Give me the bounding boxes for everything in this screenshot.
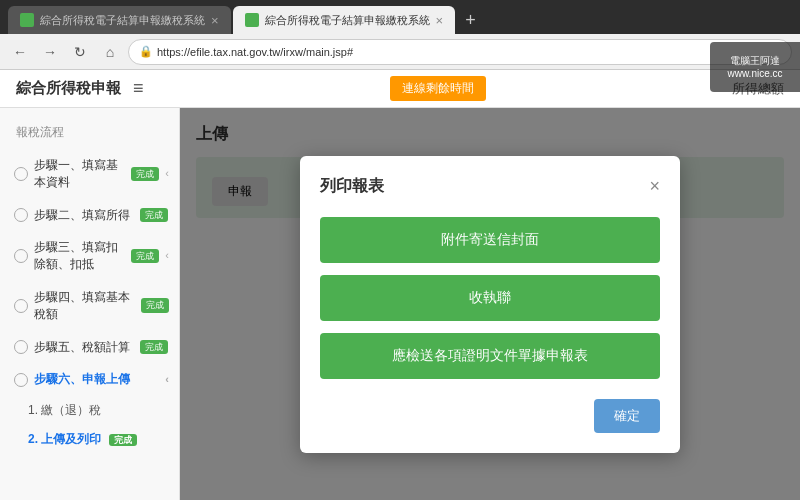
address-text: https://efile.tax.nat.gov.tw/irxw/main.j… — [157, 46, 353, 58]
print-receipt-button[interactable]: 收執聯 — [320, 275, 660, 321]
sub-item-upload[interactable]: 2. 上傳及列印 完成 — [0, 425, 179, 454]
step2-label: 步驟二、填寫所得 — [34, 207, 130, 224]
browser-tab-2[interactable]: 綜合所得稅電子結算申報繳稅系統 × — [233, 6, 456, 34]
forward-button[interactable]: → — [38, 40, 62, 64]
sub-item-upload-label: 2. 上傳及列印 — [28, 432, 101, 446]
sidebar-item-step3[interactable]: 步驟三、填寫扣除額、扣抵 完成 ‹ — [0, 231, 179, 281]
step5-icon — [14, 340, 28, 354]
tab-title-1: 綜合所得稅電子結算申報繳稅系統 — [40, 13, 205, 28]
modal-footer: 確定 — [320, 399, 660, 433]
tab-bar: 綜合所得稅電子結算申報繳稅系統 × 綜合所得稅電子結算申報繳稅系統 × + — [0, 0, 800, 34]
sidebar-item-step4[interactable]: 步驟四、填寫基本稅額 完成 — [0, 281, 179, 331]
header-center: 連線剩餘時間 — [156, 76, 720, 101]
main-layout: 報稅流程 步驟一、填寫基本資料 完成 ‹ 步驟二、填寫所得 完成 步驟三、填寫扣… — [0, 108, 800, 500]
modal-title: 列印報表 — [320, 176, 384, 197]
watermark: 電腦王阿達 www.nice.cc — [710, 42, 800, 92]
step5-badge: 完成 — [140, 340, 168, 355]
content-area: 上傳 申報 列印報表 × 附件寄送信封面 收執聯 應檢送各項證明文 — [180, 108, 800, 500]
app-title: 綜合所得稅申報 — [16, 79, 121, 98]
tab-favicon-2 — [245, 13, 259, 27]
step6-icon — [14, 373, 28, 387]
step1-icon — [14, 167, 28, 181]
sub-item-tax[interactable]: 1. 繳（退）稅 — [0, 396, 179, 425]
step3-chevron: ‹ — [165, 248, 169, 263]
menu-icon[interactable]: ≡ — [133, 78, 144, 99]
tab-favicon-1 — [20, 13, 34, 27]
sub-item-tax-label: 1. 繳（退）稅 — [28, 403, 101, 417]
step5-label: 步驟五、稅額計算 — [34, 339, 130, 356]
step3-icon — [14, 249, 28, 263]
sidebar-item-step1[interactable]: 步驟一、填寫基本資料 完成 ‹ — [0, 149, 179, 199]
sidebar-item-step5[interactable]: 步驟五、稅額計算 完成 — [0, 331, 179, 364]
watermark-text: 電腦王阿達 www.nice.cc — [727, 54, 782, 80]
step2-badge: 完成 — [140, 208, 168, 223]
modal-body: 附件寄送信封面 收執聯 應檢送各項證明文件單據申報表 — [320, 217, 660, 379]
step4-icon — [14, 299, 28, 313]
step3-badge: 完成 — [131, 249, 159, 264]
step2-icon — [14, 208, 28, 222]
step4-label: 步驟四、填寫基本稅額 — [34, 289, 131, 323]
step1-badge: 完成 — [131, 167, 159, 182]
modal-dialog: 列印報表 × 附件寄送信封面 收執聯 應檢送各項證明文件單據申報表 確定 — [300, 156, 680, 453]
modal-overlay: 列印報表 × 附件寄送信封面 收執聯 應檢送各項證明文件單據申報表 確定 — [180, 108, 800, 500]
print-envelope-button[interactable]: 附件寄送信封面 — [320, 217, 660, 263]
print-docs-button[interactable]: 應檢送各項證明文件單據申報表 — [320, 333, 660, 379]
app: 綜合所得稅申報 ≡ 連線剩餘時間 所得總額 報稅流程 步驟一、填寫基本資料 完成… — [0, 70, 800, 500]
step6-label: 步驟六、申報上傳 — [34, 371, 130, 388]
tab-close-1[interactable]: × — [211, 13, 219, 28]
sidebar-item-step6[interactable]: 步驟六、申報上傳 ‹ — [0, 363, 179, 396]
step3-label: 步驟三、填寫扣除額、扣抵 — [34, 239, 121, 273]
home-button[interactable]: ⌂ — [98, 40, 122, 64]
app-header: 綜合所得稅申報 ≡ 連線剩餘時間 所得總額 — [0, 70, 800, 108]
remaining-time: 連線剩餘時間 — [390, 76, 486, 101]
browser-tab-1[interactable]: 綜合所得稅電子結算申報繳稅系統 × — [8, 6, 231, 34]
address-bar[interactable]: 🔒 https://efile.tax.nat.gov.tw/irxw/main… — [128, 39, 792, 65]
modal-header: 列印報表 × — [320, 176, 660, 197]
new-tab-button[interactable]: + — [457, 10, 484, 31]
sidebar-item-step2[interactable]: 步驟二、填寫所得 完成 — [0, 199, 179, 232]
sidebar: 報稅流程 步驟一、填寫基本資料 完成 ‹ 步驟二、填寫所得 完成 步驟三、填寫扣… — [0, 108, 180, 500]
step1-label: 步驟一、填寫基本資料 — [34, 157, 121, 191]
lock-icon: 🔒 — [139, 45, 153, 58]
modal-close-button[interactable]: × — [649, 176, 660, 197]
sidebar-section-title: 報稅流程 — [0, 120, 179, 149]
tab-close-2[interactable]: × — [436, 13, 444, 28]
sub-upload-badge: 完成 — [109, 434, 137, 446]
back-button[interactable]: ← — [8, 40, 32, 64]
step6-chevron: ‹ — [165, 372, 169, 387]
confirm-button[interactable]: 確定 — [594, 399, 660, 433]
reload-button[interactable]: ↻ — [68, 40, 92, 64]
tab-title-2: 綜合所得稅電子結算申報繳稅系統 — [265, 13, 430, 28]
nav-bar: ← → ↻ ⌂ 🔒 https://efile.tax.nat.gov.tw/i… — [0, 34, 800, 70]
step1-chevron: ‹ — [165, 166, 169, 181]
step4-badge: 完成 — [141, 298, 169, 313]
